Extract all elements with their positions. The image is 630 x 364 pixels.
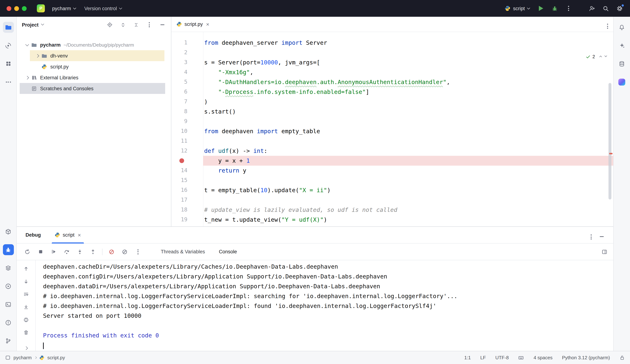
- encoding-widget[interactable]: UTF-8: [495, 355, 509, 360]
- editor-scrollbar[interactable]: [608, 83, 612, 199]
- tree-item-project-root[interactable]: pycharm ~/Documents/Debug/pip/pycharm: [17, 39, 171, 50]
- line-number[interactable]: 5: [171, 77, 188, 87]
- scroll-to-end-button[interactable]: [21, 302, 31, 312]
- debug-options-button[interactable]: [590, 230, 592, 239]
- line-number[interactable]: 4: [171, 67, 188, 77]
- next-problem-icon[interactable]: [604, 54, 607, 57]
- line-number[interactable]: 15: [171, 176, 188, 185]
- resume-button[interactable]: [48, 246, 59, 257]
- tree-item-dh-venv[interactable]: dh-venv: [17, 50, 171, 61]
- ai-assistant-button[interactable]: [616, 40, 627, 51]
- toolwindow-problems-button[interactable]: [3, 317, 14, 328]
- settings-button[interactable]: [614, 3, 625, 14]
- line-number[interactable]: 2: [171, 48, 188, 57]
- line-number[interactable]: 11: [171, 136, 188, 146]
- main-menu-version-control[interactable]: Version control: [80, 3, 126, 14]
- tree-item-script-py[interactable]: script.py: [17, 61, 171, 72]
- code-line[interactable]: 2: [171, 48, 613, 57]
- line-number[interactable]: 7: [171, 97, 188, 107]
- code-line[interactable]: 3s = Server(port=10000, jvm_args=[: [171, 57, 613, 67]
- close-tab-icon[interactable]: ×: [206, 21, 210, 27]
- line-number[interactable]: 18: [171, 205, 188, 215]
- code-line[interactable]: 15: [171, 176, 613, 185]
- layout-settings-button[interactable]: [602, 249, 608, 255]
- code-line[interactable]: 1from deephaven_server import Server: [171, 38, 613, 48]
- code-line[interactable]: 19t_new = t.update_view("Y = udf(X)"): [171, 215, 613, 225]
- step-out-button[interactable]: [88, 246, 98, 257]
- collapse-all-button[interactable]: [132, 21, 140, 28]
- code-line[interactable]: 12def udf(x) -> int:: [171, 146, 613, 156]
- hide-project-panel-button[interactable]: [158, 21, 166, 28]
- breadcrumb-project[interactable]: pycharm: [14, 355, 32, 360]
- soft-wrap-button[interactable]: [21, 289, 31, 299]
- more-actions-button[interactable]: [563, 3, 574, 14]
- main-menu-pycharm[interactable]: pycharm: [48, 3, 80, 14]
- line-number[interactable]: 14: [171, 166, 188, 176]
- debug-button[interactable]: [549, 3, 560, 14]
- toolwindow-debug-button[interactable]: [3, 244, 14, 255]
- hide-values-button[interactable]: [119, 246, 130, 257]
- code-line[interactable]: 8s.start(): [171, 107, 613, 117]
- code-editor[interactable]: 1from deephaven_server import Server23s …: [171, 32, 613, 226]
- prev-occurrence-button[interactable]: [21, 264, 31, 273]
- line-number[interactable]: 10: [171, 126, 188, 136]
- project-options-button[interactable]: [146, 21, 153, 28]
- breadcrumb-file[interactable]: script.py: [48, 355, 65, 360]
- stop-button[interactable]: [35, 246, 46, 257]
- toolwindow-commit-button[interactable]: [3, 40, 14, 51]
- indent-widget[interactable]: 4 spaces: [534, 355, 552, 360]
- interpreter-widget[interactable]: Python 3.12 (pycharm): [562, 355, 610, 360]
- code-line[interactable]: 5 "-DAuthHandlers=io.deephaven.auth.Anon…: [171, 77, 613, 87]
- database-button[interactable]: [616, 58, 627, 69]
- tab-console[interactable]: Console: [218, 249, 238, 254]
- code-line[interactable]: 16t = empty_table(10).update("X = ii"): [171, 185, 613, 195]
- expand-all-button[interactable]: [119, 21, 126, 28]
- search-everywhere-button[interactable]: [600, 3, 611, 14]
- code-line[interactable]: 6 "-Dprocess.info.system-info.enabled=fa…: [171, 87, 613, 97]
- line-number[interactable]: 9: [171, 117, 188, 126]
- rerun-button[interactable]: [22, 246, 33, 257]
- line-number[interactable]: 17: [171, 195, 188, 205]
- more-tool-windows-button[interactable]: [3, 76, 14, 87]
- close-window-button[interactable]: [6, 6, 11, 11]
- toolwindow-run-button[interactable]: [3, 281, 14, 292]
- tree-item-external-libraries[interactable]: External Libraries: [17, 72, 171, 83]
- code-with-me-button[interactable]: [586, 3, 597, 14]
- lock-icon[interactable]: [620, 355, 625, 360]
- run-configuration-selector[interactable]: script: [502, 3, 532, 14]
- toolwindow-packages-button[interactable]: [3, 226, 14, 237]
- caret-position-widget[interactable]: 1:1: [464, 355, 471, 360]
- tree-item-scratches[interactable]: Scratches and Consoles: [17, 83, 171, 94]
- line-number[interactable]: 16: [171, 185, 188, 195]
- tab-threads-variables[interactable]: Threads & Variables: [160, 249, 206, 254]
- prev-problem-icon[interactable]: [600, 55, 602, 58]
- keyboard-icon[interactable]: [518, 355, 524, 361]
- next-occurrence-button[interactable]: [21, 277, 31, 286]
- code-line[interactable]: 11: [171, 136, 613, 146]
- line-number[interactable]: 1: [171, 38, 188, 48]
- toolwindow-vcs-button[interactable]: [3, 335, 14, 346]
- code-line[interactable]: 18# update_view is lazily evaluated, so …: [171, 205, 613, 215]
- console-output[interactable]: deephaven.cacheDir=/Users/alexpeters/Lib…: [36, 262, 613, 351]
- minimize-window-button[interactable]: [14, 6, 19, 11]
- select-opened-file-button[interactable]: [106, 21, 114, 28]
- line-number[interactable]: [171, 156, 188, 166]
- code-line-breakpoint[interactable]: y = x + 1: [171, 156, 613, 166]
- editor-tab-script-py[interactable]: script.py ×: [171, 17, 214, 32]
- debug-more-button[interactable]: [132, 246, 143, 257]
- line-number[interactable]: 12: [171, 146, 188, 156]
- code-line[interactable]: 14 return y: [171, 166, 613, 176]
- toolwindow-project-button[interactable]: [3, 22, 14, 33]
- line-number[interactable]: 19: [171, 215, 188, 225]
- code-line[interactable]: 7): [171, 97, 613, 107]
- toolwindow-services-button[interactable]: [3, 262, 14, 273]
- code-line[interactable]: 4 "-Xmx16g",: [171, 67, 613, 77]
- notifications-button[interactable]: [616, 22, 627, 33]
- code-line[interactable]: 17: [171, 195, 613, 205]
- step-into-button[interactable]: [74, 246, 85, 257]
- run-button[interactable]: [535, 3, 546, 14]
- line-number[interactable]: 8: [171, 107, 188, 117]
- jetbrains-ai-button[interactable]: [616, 76, 627, 87]
- code-line[interactable]: 9: [171, 117, 613, 126]
- toolwindow-terminal-button[interactable]: [3, 299, 14, 310]
